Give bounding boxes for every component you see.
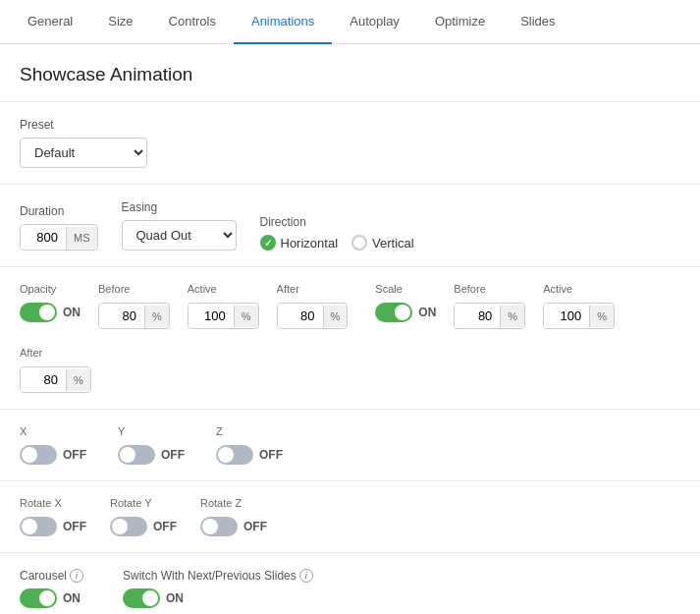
tab-slides[interactable]: Slides [503,0,572,44]
horizontal-label: Horizontal [281,236,339,251]
duration-input[interactable] [21,225,66,250]
scale-label: Scale [375,283,436,295]
switch-label: Switch With Next/Previous Slides [123,569,296,583]
y-toggle-wrap[interactable]: OFF [118,445,185,465]
rotatex-label: Rotate X [20,497,86,509]
preset-label: Preset [20,118,680,132]
easing-select[interactable]: Quad Out Linear Ease In Ease Out [122,220,237,251]
x-toggle[interactable] [20,445,57,465]
preset-select[interactable]: Default Fade Slide Zoom [20,138,147,168]
scale-active-label: Active [543,283,615,295]
opacity-active-group: Active % [188,283,259,329]
opacity-group: Opacity ON [20,283,81,322]
duration-group: Duration MS [20,204,98,251]
scale-toggle[interactable] [375,303,412,322]
direction-horizontal[interactable]: Horizontal [260,235,339,251]
carousel-toggle[interactable] [20,588,57,608]
switch-toggle[interactable] [123,588,160,608]
duration-unit: MS [66,227,97,249]
scale-before-input[interactable] [455,304,500,328]
duration-input-wrap: MS [20,224,98,251]
scale-after-group: After % [20,347,91,393]
scale-before-unit: % [500,306,524,327]
rotatex-toggle-label: OFF [63,520,86,533]
z-group: Z OFF [216,425,283,465]
tabs-bar: General Size Controls Animations Autopla… [0,0,700,44]
tab-size[interactable]: Size [90,0,150,44]
opacity-active-input-wrap: % [188,303,259,329]
x-group: X OFF [20,425,86,465]
z-toggle-wrap[interactable]: OFF [216,445,283,465]
opacity-after-group: After % [277,283,349,329]
rotatex-group: Rotate X OFF [20,497,86,536]
rotatez-toggle-label: OFF [243,520,267,533]
rotatex-toggle[interactable] [20,517,57,536]
opacity-toggle[interactable] [20,303,57,322]
y-toggle[interactable] [118,445,155,465]
x-toggle-wrap[interactable]: OFF [20,445,86,465]
opacity-toggle-label: ON [63,306,81,319]
horizontal-radio-icon [260,235,276,251]
preset-section: Preset Default Fade Slide Zoom [0,102,700,185]
page-title: Showcase Animation [20,64,680,85]
z-label: Z [216,425,283,437]
tab-general[interactable]: General [10,0,90,44]
vertical-label: Vertical [372,236,414,251]
opacity-active-label: Active [188,283,259,295]
tab-optimize[interactable]: Optimize [417,0,503,44]
switch-info-icon[interactable]: i [299,569,313,583]
scale-before-label: Before [454,283,525,295]
switch-group: Switch With Next/Previous Slides i ON [123,569,313,608]
switch-toggle-label: ON [166,591,184,605]
switch-toggle-wrap[interactable]: ON [123,588,313,608]
scale-active-input[interactable] [544,304,589,328]
scale-before-input-wrap: % [454,303,525,329]
opacity-active-unit: % [234,306,258,327]
rotatey-group: Rotate Y OFF [110,497,177,536]
scale-active-unit: % [589,306,614,327]
carousel-group: Carousel i ON [20,569,83,608]
rotatey-toggle[interactable] [110,517,147,536]
tab-controls[interactable]: Controls [151,0,234,44]
opacity-toggle-wrap[interactable]: ON [20,303,81,322]
opacity-before-input-wrap: % [98,303,170,329]
carousel-section: Carousel i ON Switch With Next/Previous … [0,553,700,614]
tab-animations[interactable]: Animations [234,0,332,44]
carousel-toggle-label: ON [63,591,81,605]
opacity-before-input[interactable] [99,304,144,328]
carousel-info-icon[interactable]: i [70,569,83,583]
rotatez-toggle-wrap[interactable]: OFF [200,517,267,536]
opacity-active-input[interactable] [188,304,234,328]
rotatez-group: Rotate Z OFF [200,497,267,536]
scale-active-group: Active % [543,283,615,329]
switch-label-row: Switch With Next/Previous Slides i [123,569,313,583]
easing-label: Easing [122,200,237,214]
scale-after-unit: % [66,369,90,391]
scale-after-input[interactable] [21,367,66,392]
carousel-label: Carousel [20,569,67,583]
opacity-scale-section: Opacity ON Before % Active % After [0,267,700,410]
carousel-toggle-wrap[interactable]: ON [20,588,83,608]
x-label: X [20,425,86,437]
opacity-after-unit: % [323,306,348,327]
opacity-label: Opacity [20,283,81,295]
scale-after-input-wrap: % [20,366,91,393]
tab-autoplay[interactable]: Autoplay [332,0,417,44]
vertical-radio-icon [351,235,367,251]
z-toggle[interactable] [216,445,253,465]
rotatez-toggle[interactable] [200,517,238,536]
opacity-after-input[interactable] [278,304,323,328]
z-toggle-label: OFF [259,448,283,462]
scale-before-group: Before % [454,283,525,329]
y-toggle-label: OFF [161,448,185,462]
rotatey-toggle-wrap[interactable]: OFF [110,517,177,536]
y-group: Y OFF [118,425,185,465]
direction-vertical[interactable]: Vertical [351,235,414,251]
opacity-before-unit: % [144,306,169,327]
rotatex-toggle-wrap[interactable]: OFF [20,517,86,536]
opacity-after-input-wrap: % [277,303,349,329]
scale-toggle-wrap[interactable]: ON [375,303,436,322]
rotatey-label: Rotate Y [110,497,177,509]
xyz-section: X OFF Y OFF Z OFF [0,410,700,481]
rotate-section: Rotate X OFF Rotate Y OFF Rotate Z OFF [0,481,700,553]
